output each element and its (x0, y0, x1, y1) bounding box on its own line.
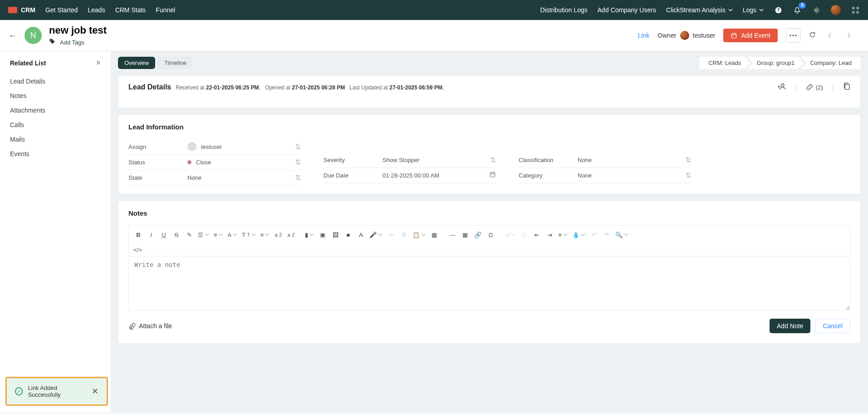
crumb-3[interactable]: Company: Lead (801, 57, 861, 69)
align-icon[interactable]: ≡ (556, 228, 569, 241)
sidebar-item-mails[interactable]: Mails (10, 132, 101, 147)
nav-clickstream-dropdown[interactable]: ClickStream Analysis (666, 6, 733, 14)
separator: | (832, 83, 834, 91)
italic-icon[interactable]: I (145, 228, 157, 241)
links-count[interactable]: (2) (806, 84, 823, 91)
nav-add-company-users[interactable]: Add Company Users (598, 6, 656, 14)
toast-message: Link Added Successfully (28, 384, 85, 398)
calendar-icon (489, 171, 496, 180)
field-severity[interactable]: Severity Show Stopper ⇅ (324, 153, 496, 168)
image-icon[interactable]: 🖼 (329, 228, 341, 241)
sidebar-item-events[interactable]: Events (10, 147, 101, 161)
field-due-date[interactable]: Due Date 01-28-2025 00:00 AM (324, 168, 496, 183)
sidebar: Related List Lead Details Notes Attachme… (0, 51, 111, 412)
user-avatar[interactable] (831, 5, 841, 15)
bookmark-icon[interactable]: ▮ (303, 228, 316, 241)
next-record-arrow[interactable] (843, 30, 854, 41)
subscript-icon[interactable]: x2 (285, 228, 297, 241)
file-icon[interactable]: ▣ (317, 228, 329, 241)
superscript-icon[interactable]: x2 (272, 228, 284, 241)
font-color-icon[interactable]: A (226, 228, 240, 241)
omega-icon[interactable]: Ω (485, 228, 496, 241)
help-icon[interactable]: ? (774, 5, 783, 15)
add-note-button[interactable]: Add Note (770, 319, 810, 333)
nav-distribution-logs[interactable]: Distribution Logs (540, 6, 587, 14)
hr-icon[interactable]: — (446, 228, 458, 241)
owner-block[interactable]: Owner testuser (657, 31, 715, 40)
nav-leads[interactable]: Leads (88, 6, 105, 14)
field-status[interactable]: Status Close ⇅ (128, 155, 301, 170)
prev-record-arrow[interactable] (824, 30, 835, 41)
nav-crm-stats[interactable]: CRM Stats (115, 6, 146, 14)
lead-details-meta: Lead Details Received at 22-01-2025 06:2… (128, 83, 444, 91)
back-arrow[interactable]: ← (8, 30, 17, 41)
calendar-icon (731, 32, 737, 39)
more-actions-button[interactable] (786, 28, 800, 43)
outdent-icon[interactable]: ⇤ (531, 228, 543, 241)
ul-list-icon[interactable]: ☰ (196, 228, 211, 241)
sidebar-item-lead-details[interactable]: Lead Details (10, 74, 101, 89)
code-view-toggle[interactable]: </> (128, 244, 850, 256)
field-category[interactable]: Category None ⇅ (519, 168, 691, 183)
bold-icon[interactable]: B (132, 228, 144, 241)
cancel-note-button[interactable]: Cancel (815, 319, 850, 333)
lead-info-fields: Assign testuser ⇅ Status Close ⇅ State N… (128, 139, 850, 186)
notes-textarea[interactable] (128, 256, 850, 310)
add-tags-link[interactable]: Add Tags (60, 39, 84, 46)
font-size-icon[interactable]: TT (240, 228, 258, 241)
toast-close-icon[interactable]: ✕ (92, 386, 98, 396)
highlight-icon[interactable]: ✎ (183, 228, 195, 241)
refresh-button[interactable] (809, 31, 816, 40)
clear-format-icon[interactable]: A̶ (355, 228, 367, 241)
field-classification[interactable]: Classification None ⇅ (519, 153, 691, 168)
redo-icon[interactable]: ↷ (601, 228, 613, 241)
notifications-icon[interactable]: 0 (793, 5, 802, 15)
video-icon[interactable]: ■ (342, 228, 354, 241)
sidebar-item-calls[interactable]: Calls (10, 118, 101, 132)
owner-avatar (680, 31, 689, 40)
crumb-2[interactable]: Group: group1 (747, 57, 804, 69)
apps-grid-icon[interactable] (851, 5, 860, 15)
nav-get-started[interactable]: Get Started (45, 6, 78, 14)
crumb-1[interactable]: CRM: Leads (699, 57, 750, 69)
undo-icon[interactable]: ↶ (588, 228, 600, 241)
check-circle-icon: ✓ (15, 387, 23, 395)
table-icon[interactable]: ▦ (459, 228, 471, 241)
strike-icon[interactable]: S (171, 228, 182, 241)
header-right: Link Owner testuser Add Event (638, 28, 854, 43)
separator: | (795, 83, 797, 91)
brand-logo (8, 7, 17, 13)
paste-icon[interactable]: 📋 (411, 228, 427, 241)
stamp-icon[interactable]: ⌷ (518, 228, 530, 241)
svg-text:?: ? (777, 7, 780, 12)
copy-icon[interactable]: ⧉ (398, 228, 410, 241)
droplet-icon[interactable]: 💧 (570, 228, 587, 241)
line-height-icon[interactable]: ≡ (259, 228, 272, 241)
embed-icon[interactable]: ▦ (428, 228, 440, 241)
mic-icon[interactable]: 🎤 (368, 228, 384, 241)
link-action[interactable]: Link (638, 32, 650, 39)
sidebar-item-attachments[interactable]: Attachments (10, 103, 101, 118)
field-assign[interactable]: Assign testuser ⇅ (128, 139, 301, 155)
link-insert-icon[interactable]: 🔗 (472, 228, 484, 241)
ol-list-icon[interactable]: ≡ (212, 228, 225, 241)
copy-icon[interactable] (843, 82, 850, 92)
sidebar-toggle-icon[interactable] (96, 59, 101, 67)
sidebar-item-notes[interactable]: Notes (10, 89, 101, 103)
add-event-button[interactable]: Add Event (723, 29, 778, 42)
script-a-icon[interactable]: 𝒜 (503, 228, 517, 241)
zoom-icon[interactable]: 🔍 (613, 228, 630, 241)
cut-icon[interactable]: ✂ (385, 228, 397, 241)
nav-logs-dropdown[interactable]: Logs (743, 6, 764, 14)
indent-icon[interactable]: ⇥ (544, 228, 555, 241)
settings-icon[interactable] (812, 5, 821, 15)
attach-file[interactable]: Attach a file (128, 322, 172, 330)
header-left: ← N new job test Add Tags (8, 25, 107, 46)
field-state[interactable]: State None ⇅ (128, 170, 301, 186)
tab-timeline[interactable]: Timeline (158, 57, 193, 69)
underline-icon[interactable]: U (158, 228, 170, 241)
nav-funnel[interactable]: Funnel (156, 6, 175, 14)
tab-overview[interactable]: Overview (118, 57, 155, 69)
add-user-icon[interactable] (778, 83, 786, 92)
lead-avatar: N (25, 27, 42, 44)
